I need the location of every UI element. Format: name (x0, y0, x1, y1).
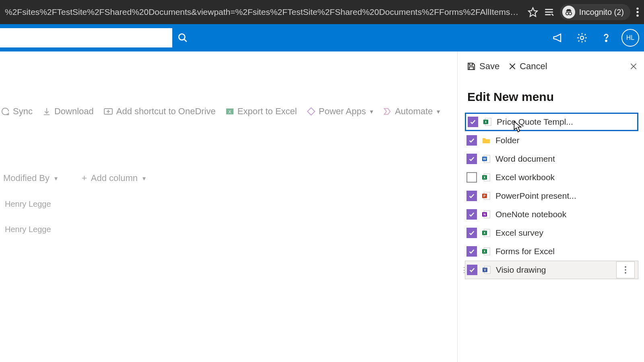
menu-item-label: OneNote notebook (495, 210, 566, 219)
automate-label: Automate (395, 106, 433, 117)
menu-item-label: Visio drawing (496, 265, 546, 275)
incognito-label: Incognito (2) (579, 8, 624, 17)
save-label: Save (479, 61, 500, 72)
megaphone-icon[interactable] (548, 28, 568, 47)
menu-item-label: PowerPoint present... (495, 191, 576, 201)
settings-gear-icon[interactable] (572, 28, 592, 47)
menu-item[interactable]: NOneNote notebook (465, 205, 638, 224)
svg-point-7 (636, 8, 638, 10)
menu-item-label: Excel workbook (495, 173, 555, 182)
svg-text:V: V (484, 268, 486, 272)
checkbox[interactable] (466, 191, 477, 201)
svg-text:X: X (483, 250, 486, 253)
panel-toolbar: Save Cancel (458, 57, 644, 76)
chevron-down-icon: ▾ (437, 108, 440, 115)
content-area: Sync Download Add shortcut to OneDrive X… (0, 51, 644, 362)
checkbox[interactable] (466, 135, 477, 146)
svg-text:X: X (483, 231, 486, 235)
svg-point-9 (636, 14, 638, 16)
menu-item[interactable]: XExcel workbook (465, 168, 638, 187)
svg-point-12 (580, 36, 584, 39)
svg-marker-20 (308, 108, 315, 115)
power-apps-label: Power Apps (319, 106, 366, 117)
menu-item-label: Excel survey (495, 228, 543, 238)
close-panel-button[interactable] (630, 62, 638, 70)
checkbox[interactable] (468, 117, 478, 127)
menu-item[interactable]: XForms for Excel (465, 242, 638, 261)
automate-button[interactable]: Automate ▾ (383, 106, 440, 117)
list-row[interactable]: Henry Legge (5, 200, 457, 209)
drag-handle-icon[interactable]: ⋮⋮ (460, 265, 475, 274)
power-apps-button[interactable]: Power Apps ▾ (307, 106, 373, 117)
url-bar[interactable]: %2Fsites%2FTestSite%2FShared%20Documents… (5, 7, 522, 17)
menu-item[interactable]: XExcel survey (465, 224, 638, 242)
menu-item[interactable]: WWord document (465, 150, 638, 168)
checkbox[interactable] (466, 209, 477, 220)
library-view: Sync Download Add shortcut to OneDrive X… (0, 51, 457, 362)
bookmark-star-icon[interactable] (528, 7, 538, 17)
menu-item[interactable]: PPowerPoint present... (465, 187, 638, 205)
add-shortcut-button[interactable]: Add shortcut to OneDrive (103, 106, 216, 117)
menu-item[interactable]: XPrice Quote Templ... (465, 113, 638, 131)
cancel-label: Cancel (520, 61, 547, 72)
excel-doc-icon: X (482, 247, 491, 256)
checkbox[interactable] (466, 154, 477, 164)
save-button[interactable]: Save (464, 60, 502, 73)
browser-chrome: %2Fsites%2FTestSite%2FShared%20Documents… (0, 0, 644, 24)
user-avatar[interactable]: HL (621, 29, 639, 47)
excel-doc-icon: X (482, 173, 491, 182)
chevron-down-icon: ▾ (142, 175, 146, 182)
search-button[interactable] (172, 28, 193, 47)
menu-item[interactable]: Folder (465, 131, 638, 150)
menu-item-label: Price Quote Templ... (497, 117, 573, 127)
edit-new-menu-panel: Save Cancel Edit New menu XPrice Quote T… (457, 51, 644, 362)
checkbox[interactable] (466, 172, 477, 183)
svg-point-4 (566, 12, 569, 15)
export-excel-label: Export to Excel (237, 106, 297, 117)
svg-text:N: N (483, 213, 486, 216)
panel-title: Edit New menu (458, 76, 644, 111)
browser-menu-icon[interactable] (636, 7, 639, 17)
excel-doc-icon: X (482, 228, 491, 237)
download-label: Download (54, 106, 94, 117)
plus-icon: + (82, 173, 87, 183)
export-excel-button[interactable]: X Export to Excel (225, 106, 297, 117)
svg-text:P: P (483, 194, 486, 198)
svg-marker-0 (528, 8, 537, 16)
checkbox[interactable] (466, 228, 477, 238)
search-container (0, 28, 193, 47)
incognito-indicator[interactable]: Incognito (2) (560, 4, 630, 20)
sync-label: Sync (13, 106, 33, 117)
incognito-icon (562, 6, 575, 19)
add-shortcut-label: Add shortcut to OneDrive (116, 106, 216, 117)
svg-rect-22 (469, 67, 473, 70)
svg-point-51 (625, 266, 626, 268)
menu-item-label: Folder (495, 136, 520, 145)
help-icon[interactable] (597, 28, 616, 47)
svg-point-5 (569, 12, 572, 15)
menu-item-label: Word document (495, 154, 555, 164)
suite-header: HL (0, 24, 644, 51)
ppt-doc-icon: P (482, 191, 491, 200)
cancel-button[interactable]: Cancel (506, 60, 549, 73)
checkbox[interactable] (466, 246, 477, 257)
chevron-down-icon: ▾ (370, 108, 373, 115)
menu-item-label: Forms for Excel (495, 247, 555, 256)
column-headers: Modified By ▾ + Add column ▾ (0, 173, 457, 183)
sync-button[interactable]: Sync (1, 106, 33, 117)
item-more-button[interactable] (616, 261, 635, 278)
svg-point-10 (179, 34, 185, 40)
chevron-down-icon: ▾ (54, 175, 58, 182)
search-input[interactable] (0, 28, 172, 47)
svg-point-53 (625, 272, 626, 274)
download-button[interactable]: Download (42, 106, 94, 117)
svg-point-52 (625, 269, 626, 271)
svg-rect-21 (469, 63, 473, 65)
add-column-button[interactable]: + Add column ▾ (82, 173, 146, 183)
reading-list-icon[interactable] (544, 8, 554, 16)
list-row[interactable]: Henry Legge (5, 225, 457, 234)
menu-item[interactable]: ⋮⋮VVisio drawing (465, 261, 638, 279)
svg-line-11 (184, 39, 187, 42)
visio-doc-icon: V (482, 265, 491, 274)
modified-by-header[interactable]: Modified By ▾ (3, 173, 58, 183)
